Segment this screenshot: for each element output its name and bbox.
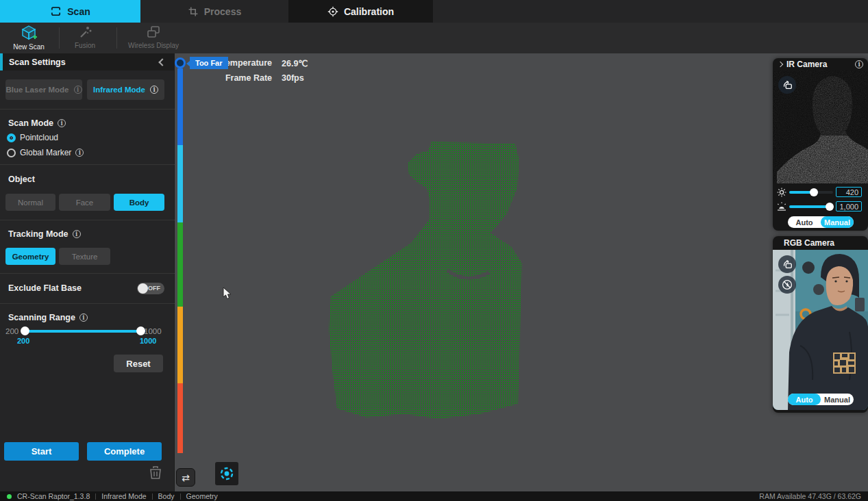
blue-laser-mode-button[interactable]: Blue Laser Mode [5, 79, 82, 100]
wireless-display-button[interactable]: Wireless Display [118, 24, 189, 49]
rgb-camera-header[interactable]: RGB Camera [773, 236, 868, 250]
mouse-cursor [223, 287, 232, 300]
geometry-label: Geometry [12, 253, 49, 261]
new-scan-cube-icon [20, 24, 38, 42]
info-icon[interactable] [74, 86, 82, 94]
flash-off-icon[interactable] [778, 276, 796, 294]
scanning-range-slider[interactable]: 200 1000 [0, 326, 175, 336]
info-icon[interactable] [75, 149, 84, 157]
swap-view-button[interactable] [176, 468, 195, 487]
flip-camera-icon[interactable] [778, 76, 796, 94]
rgb-manual-option[interactable]: Manual [821, 394, 854, 405]
crop-icon [188, 6, 199, 17]
ir-brightness-knob[interactable] [810, 188, 818, 196]
range-handle-min[interactable] [21, 326, 29, 335]
scanning-range-label: Scanning Range [8, 313, 75, 322]
ir-exposure-slider-row: 1,000 [777, 201, 864, 211]
tab-scan[interactable]: Scan [0, 0, 140, 23]
depth-seg-too-far [177, 68, 183, 145]
ir-manual-option[interactable]: Manual [821, 216, 854, 228]
pointcloud-label: Pointcloud [20, 133, 58, 142]
ir-auto-option[interactable]: Auto [788, 216, 821, 228]
swap-arrows-icon [182, 472, 190, 484]
ir-exposure-value[interactable]: 1,000 [836, 201, 862, 211]
depth-range-handle[interactable] [175, 57, 186, 68]
range-min-label: 200 [5, 327, 18, 335]
divider [0, 220, 175, 220]
tracking-texture-button[interactable]: Texture [59, 248, 110, 265]
temperature-row: Temperature 26.9℃ [216, 58, 308, 68]
scan-settings-header: Scan Settings [0, 53, 175, 70]
recenter-target-button[interactable] [215, 462, 238, 485]
exclude-flat-base-toggle[interactable]: OFF [137, 283, 164, 294]
object-face-button[interactable]: Face [59, 194, 110, 211]
radio-unselected-icon[interactable] [7, 149, 16, 157]
chevron-right-icon[interactable] [778, 62, 783, 67]
brightness-icon [777, 188, 786, 197]
info-icon[interactable] [58, 119, 66, 127]
rgb-auto-manual-toggle[interactable]: Auto Manual [788, 394, 854, 405]
fusion-wand-icon [77, 24, 93, 40]
scan-viewport[interactable]: Too Far Temperature 26.9℃ Frame Rate 30f… [175, 53, 868, 491]
divider [0, 109, 175, 110]
ir-exposure-knob[interactable] [826, 203, 834, 211]
infrared-mode-button[interactable]: Infrared Mode [87, 79, 164, 100]
scan-mode-label: Scan Mode [8, 118, 53, 128]
delete-scan-icon[interactable] [148, 465, 163, 481]
start-button[interactable]: Start [4, 442, 79, 461]
ir-brightness-value[interactable]: 420 [836, 187, 862, 197]
range-track[interactable] [25, 330, 141, 333]
tab-calibration[interactable]: Calibration [288, 0, 433, 23]
status-tracking: Geometry [186, 492, 218, 500]
blue-laser-mode-label: Blue Laser Mode [5, 86, 69, 94]
depth-seg-near [177, 307, 183, 383]
target-icon [219, 465, 235, 482]
ir-auto-manual-toggle[interactable]: Auto Manual [788, 216, 854, 228]
info-icon[interactable] [150, 86, 158, 94]
radio-global-marker[interactable]: Global Marker [7, 148, 84, 157]
frame-rate-value: 30fps [282, 73, 304, 83]
calibration-target-icon [327, 6, 338, 17]
ir-brightness-track[interactable] [789, 191, 833, 194]
tab-process[interactable]: Process [140, 0, 288, 23]
flip-camera-icon[interactable] [778, 255, 796, 273]
ir-brightness-value-text: 420 [846, 188, 858, 196]
panel-title: Scan Settings [9, 57, 160, 67]
depth-seg-too-near [177, 383, 183, 453]
header-accent-bar [0, 53, 3, 70]
rgb-camera-title: RGB Camera [784, 238, 834, 248]
complete-button[interactable]: Complete [87, 442, 162, 461]
status-bar: CR-Scan Raptor_1.3.8 Infrared Mode Body … [0, 491, 868, 501]
new-scan-button[interactable]: New Scan [4, 24, 53, 51]
wireless-display-icon [145, 24, 162, 40]
status-separator [152, 493, 153, 500]
temperature-value: 26.9℃ [282, 58, 308, 68]
rgb-camera-panel: RGB Camera [773, 236, 868, 413]
too-far-tooltip: Too Far [190, 57, 228, 69]
object-normal-button[interactable]: Normal [5, 194, 55, 211]
radio-selected-icon[interactable] [7, 133, 16, 142]
depth-color-bar [177, 68, 183, 453]
reset-button[interactable]: Reset [114, 355, 163, 372]
status-mode: Infrared Mode [101, 492, 146, 500]
object-section-label: Object [8, 175, 35, 184]
collapse-panel-icon[interactable] [158, 58, 166, 66]
scan-mode-section-label: Scan Mode [8, 118, 66, 128]
fusion-button[interactable]: Fusion [64, 24, 106, 49]
ir-brightness-slider-row: 420 [777, 187, 864, 197]
depth-seg-far [177, 145, 183, 222]
wireless-display-label: Wireless Display [128, 42, 179, 49]
object-body-button[interactable]: Body [114, 194, 164, 211]
info-icon[interactable] [79, 313, 88, 322]
exposure-light-icon [777, 202, 786, 211]
info-icon[interactable] [73, 230, 81, 238]
toggle-knob[interactable] [138, 283, 148, 294]
radio-pointcloud[interactable]: Pointcloud [7, 133, 58, 142]
range-max-label: 1000 [144, 327, 162, 335]
rgb-auto-option[interactable]: Auto [788, 394, 821, 405]
ir-exposure-track[interactable] [789, 205, 833, 208]
tracking-geometry-button[interactable]: Geometry [5, 248, 55, 265]
ir-camera-header[interactable]: IR Camera [773, 58, 868, 70]
info-icon[interactable] [855, 60, 863, 68]
ram-available: RAM Available 47.43G / 63.62G [759, 492, 861, 500]
